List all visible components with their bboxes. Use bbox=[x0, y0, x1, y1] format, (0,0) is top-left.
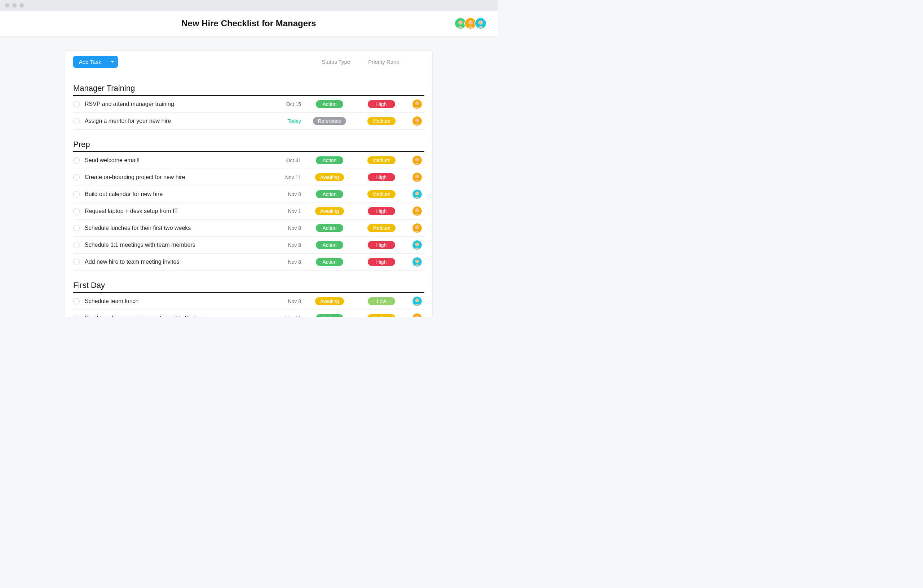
priority-cell[interactable]: High bbox=[358, 258, 405, 266]
task-name[interactable]: Schedule team lunch bbox=[85, 298, 271, 305]
priority-cell[interactable]: High bbox=[358, 100, 405, 108]
complete-checkbox[interactable] bbox=[73, 157, 80, 164]
priority-cell[interactable]: Medium bbox=[358, 156, 405, 164]
svg-point-9 bbox=[416, 118, 419, 122]
task-name[interactable]: Send new hire announcement email to the … bbox=[85, 315, 271, 317]
add-task-button[interactable]: Add Task bbox=[73, 56, 107, 68]
due-date[interactable]: Today bbox=[276, 118, 301, 124]
svg-point-1 bbox=[458, 20, 463, 25]
traffic-light-minimize[interactable] bbox=[12, 3, 16, 8]
status-cell[interactable]: Action bbox=[306, 190, 353, 198]
status-cell[interactable]: Action bbox=[306, 241, 353, 249]
task-name[interactable]: Add new hire to team meeting invites bbox=[85, 259, 271, 265]
task-row[interactable]: Send new hire announcement email to the … bbox=[73, 310, 424, 317]
due-date[interactable]: Oct 15 bbox=[276, 101, 301, 107]
task-name[interactable]: Build out calendar for new hire bbox=[85, 191, 271, 197]
complete-checkbox[interactable] bbox=[73, 118, 80, 124]
section-title[interactable]: First Day bbox=[73, 281, 424, 293]
section-title[interactable]: Prep bbox=[73, 140, 424, 152]
task-row[interactable]: Add new hire to team meeting invitesNov … bbox=[73, 254, 424, 270]
priority-cell[interactable]: Low bbox=[358, 297, 405, 305]
task-name[interactable]: Request laptop + desk setup from IT bbox=[85, 208, 271, 215]
priority-cell[interactable]: High bbox=[358, 173, 405, 181]
priority-cell[interactable]: Medium bbox=[358, 314, 405, 317]
workspace: Add Task Status Type Priority Rank Manag… bbox=[0, 36, 498, 317]
status-cell[interactable]: Awaiting bbox=[306, 297, 353, 305]
priority-cell[interactable]: Medium bbox=[358, 224, 405, 232]
svg-point-11 bbox=[416, 157, 419, 161]
task-name[interactable]: RSVP and attend manager training bbox=[85, 101, 271, 107]
complete-checkbox[interactable] bbox=[73, 298, 80, 305]
complete-checkbox[interactable] bbox=[73, 208, 80, 215]
traffic-light-close[interactable] bbox=[5, 3, 9, 8]
status-cell[interactable]: Action bbox=[306, 156, 353, 164]
task-name[interactable]: Schedule 1:1 meetings with team members bbox=[85, 242, 271, 248]
assignee-cell[interactable] bbox=[410, 156, 424, 165]
task-name[interactable]: Create on-boarding project for new hire bbox=[85, 174, 271, 180]
priority-pill: Medium bbox=[367, 314, 396, 317]
assignee-cell[interactable] bbox=[410, 257, 424, 267]
assignee-cell[interactable] bbox=[410, 100, 424, 109]
task-row[interactable]: RSVP and attend manager trainingOct 15Ac… bbox=[73, 96, 424, 113]
svg-point-13 bbox=[416, 174, 419, 179]
due-date[interactable]: Nov 1 bbox=[276, 208, 301, 214]
due-date[interactable]: Nov 8 bbox=[276, 242, 301, 248]
task-row[interactable]: Schedule 1:1 meetings with team membersN… bbox=[73, 237, 424, 254]
due-date[interactable]: Oct 31 bbox=[276, 157, 301, 163]
assignee-cell[interactable] bbox=[410, 223, 424, 233]
section-title[interactable]: Manager Training bbox=[73, 84, 424, 96]
assignee-cell[interactable] bbox=[410, 173, 424, 182]
status-cell[interactable]: Awaiting bbox=[306, 173, 353, 181]
task-row[interactable]: Create on-boarding project for new hireN… bbox=[73, 169, 424, 186]
status-cell[interactable]: Reference bbox=[306, 117, 353, 125]
due-date[interactable]: Nov 8 bbox=[276, 225, 301, 231]
task-name[interactable]: Send welcome email! bbox=[85, 157, 271, 164]
complete-checkbox[interactable] bbox=[73, 242, 80, 248]
task-row[interactable]: Schedule lunches for their first two wee… bbox=[73, 220, 424, 237]
assignee-cell[interactable] bbox=[410, 313, 424, 317]
due-date[interactable]: Nov 11 bbox=[276, 174, 301, 180]
status-cell[interactable]: Action bbox=[306, 100, 353, 108]
assignee-cell[interactable] bbox=[410, 296, 424, 306]
due-date[interactable]: Nov 11 bbox=[276, 315, 301, 317]
traffic-light-zoom[interactable] bbox=[20, 3, 24, 8]
priority-rank-header: Priority Rank bbox=[368, 59, 399, 65]
complete-checkbox[interactable] bbox=[73, 174, 80, 180]
complete-checkbox[interactable] bbox=[73, 315, 80, 317]
task-row[interactable]: Request laptop + desk setup from ITNov 1… bbox=[73, 203, 424, 220]
status-cell[interactable]: Action bbox=[306, 224, 353, 232]
assignee-cell[interactable] bbox=[410, 240, 424, 250]
task-row[interactable]: Schedule team lunchNov 8AwaitingLow bbox=[73, 293, 424, 310]
priority-pill: Medium bbox=[367, 190, 396, 198]
priority-cell[interactable]: Medium bbox=[358, 117, 405, 125]
complete-checkbox[interactable] bbox=[73, 225, 80, 231]
priority-cell[interactable]: High bbox=[358, 241, 405, 249]
collaborator-avatar[interactable] bbox=[475, 17, 487, 29]
complete-checkbox[interactable] bbox=[73, 101, 80, 107]
priority-pill: Low bbox=[368, 297, 395, 305]
assignee-cell[interactable] bbox=[410, 190, 424, 199]
priority-cell[interactable]: High bbox=[358, 207, 405, 215]
header-bar: New Hire Checklist for Managers bbox=[0, 11, 498, 36]
status-pill: Action bbox=[316, 224, 343, 232]
status-cell[interactable]: Awaiting bbox=[306, 207, 353, 215]
due-date[interactable]: Nov 8 bbox=[276, 191, 301, 197]
task-name[interactable]: Assign a mentor for your new hire bbox=[85, 118, 271, 124]
svg-point-23 bbox=[416, 259, 419, 263]
status-cell[interactable]: Action bbox=[306, 314, 353, 317]
due-date[interactable]: Nov 8 bbox=[276, 298, 301, 304]
task-row[interactable]: Send welcome email!Oct 31ActionMedium bbox=[73, 152, 424, 169]
task-row[interactable]: Build out calendar for new hireNov 8Acti… bbox=[73, 186, 424, 203]
task-name[interactable]: Schedule lunches for their first two wee… bbox=[85, 225, 271, 231]
assignee-cell[interactable] bbox=[410, 206, 424, 216]
due-date[interactable]: Nov 8 bbox=[276, 259, 301, 265]
complete-checkbox[interactable] bbox=[73, 191, 80, 197]
add-task-dropdown-button[interactable] bbox=[107, 56, 118, 68]
svg-point-3 bbox=[468, 20, 473, 25]
task-row[interactable]: Assign a mentor for your new hireTodayRe… bbox=[73, 113, 424, 130]
assignee-cell[interactable] bbox=[410, 116, 424, 126]
complete-checkbox[interactable] bbox=[73, 259, 80, 265]
priority-cell[interactable]: Medium bbox=[358, 190, 405, 198]
status-cell[interactable]: Action bbox=[306, 258, 353, 266]
project-card: Add Task Status Type Priority Rank Manag… bbox=[65, 51, 433, 317]
